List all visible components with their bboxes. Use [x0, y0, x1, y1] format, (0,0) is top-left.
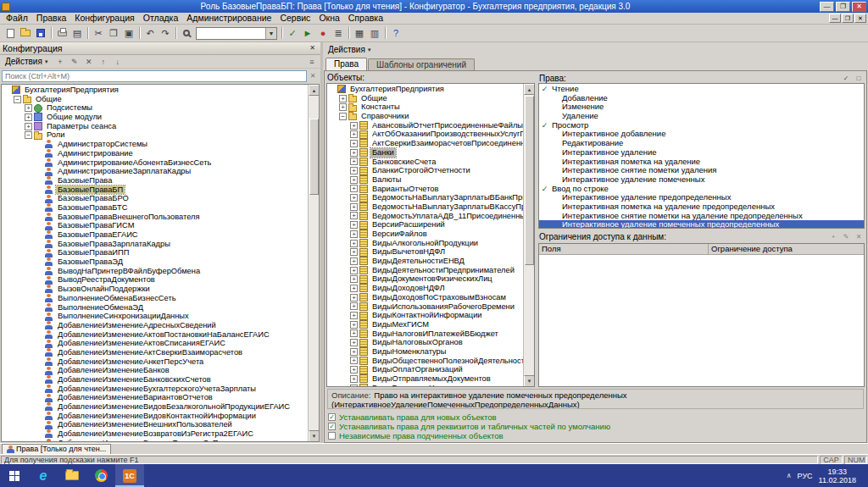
open-icon[interactable]: [18, 26, 33, 41]
tree-item[interactable]: ДобавлениеИзменениеАктСверкиВзаиморасчет…: [3, 348, 307, 357]
tree-item[interactable]: БазовыеПраваЭД: [3, 257, 307, 267]
tree-item[interactable]: +Параметры сеанса: [3, 122, 307, 131]
tree-item[interactable]: ДобавлениеИзменениеВнешнихПользователей: [3, 420, 307, 429]
role-actions-menu-button[interactable]: Действия ▼: [325, 44, 376, 56]
tree-item[interactable]: ДобавлениеИзменениеБанков: [3, 366, 307, 375]
tree-item[interactable]: +ВидыРегистровУчета: [328, 384, 522, 387]
tree-item[interactable]: ДобавлениеИзменениеАнкетПерсУчета: [3, 357, 307, 367]
tree-item[interactable]: +Валюты: [328, 175, 522, 185]
tree-item[interactable]: ДобавлениеИзменениеВозвратТоваровОтПокуп…: [3, 439, 307, 442]
tree-item[interactable]: ВыводНаПринтерВФайлБуферОбмена: [3, 267, 307, 276]
tree-item[interactable]: +АктОбОказанииПроизводственныхУслугПрисо…: [328, 130, 522, 139]
tree-item[interactable]: +ВидыВычетовНДФЛ: [328, 247, 522, 257]
column-access-restriction[interactable]: Ограничение доступа: [709, 244, 864, 254]
expander-plus-icon[interactable]: +: [350, 212, 358, 219]
menu-item-5[interactable]: Сервис: [275, 13, 314, 24]
tree-item[interactable]: ДобавлениеИзменениеВариантовОтчетов: [3, 393, 307, 402]
search-input[interactable]: [2, 70, 307, 82]
delete-restriction-icon[interactable]: ✕: [853, 232, 865, 242]
expander-plus-icon[interactable]: +: [350, 248, 358, 256]
tree-item[interactable]: БазовыеПраваГИСМ: [3, 221, 307, 230]
uncheck-all-icon[interactable]: □: [853, 74, 865, 83]
tree-item[interactable]: ДобавлениеИзменениеВозвратовИзРегистра2Е…: [3, 429, 307, 439]
tree-item[interactable]: +Общие модули: [3, 113, 307, 122]
expander-minus-icon[interactable]: −: [14, 96, 21, 103]
expander-plus-icon[interactable]: +: [350, 329, 358, 337]
tab-1[interactable]: Шаблоны ограничений: [368, 58, 475, 70]
change-icon[interactable]: ✎: [68, 56, 81, 68]
toolbar-combo[interactable]: ▼: [196, 27, 277, 40]
tree-item[interactable]: ВыполнениеОбменаБизнесСеть: [3, 294, 307, 303]
tree-item[interactable]: +Банки: [328, 148, 522, 158]
undo-icon[interactable]: ↶: [142, 26, 158, 41]
tree-item[interactable]: ДобавлениеИзменениеБанковскихСчетов: [3, 375, 307, 385]
expander-plus-icon[interactable]: +: [350, 240, 358, 247]
copy-icon[interactable]: ❐: [106, 26, 121, 41]
menu-item-7[interactable]: Справка: [344, 13, 387, 24]
scroll-down-icon[interactable]: ▼: [309, 430, 319, 441]
taskbar-clock[interactable]: 19:33 11.02.2018: [819, 468, 856, 484]
tree-item[interactable]: +ВидыДокументовФизическихЛиц: [328, 274, 522, 284]
tree-item[interactable]: БазовыеПраваБП: [3, 185, 307, 195]
taskbar-chrome-icon[interactable]: [86, 464, 115, 487]
expander-plus-icon[interactable]: +: [350, 167, 358, 174]
expander-minus-icon[interactable]: −: [25, 131, 32, 139]
tree-item[interactable]: +ВидыНоменклатуры: [328, 347, 522, 357]
measure-performance-icon[interactable]: ≣: [331, 26, 346, 41]
paste-icon[interactable]: ▣: [121, 26, 136, 41]
expander-plus-icon[interactable]: +: [350, 130, 358, 138]
edit-restriction-icon[interactable]: ✎: [840, 232, 852, 242]
tree-item[interactable]: БазовыеПрава: [3, 176, 307, 185]
tree-item[interactable]: ДобавлениеИзменениеВидовКонтактнойИнформ…: [3, 412, 307, 421]
window-tab-rights[interactable]: Права [Только для чтен...: [2, 444, 111, 454]
checkbox-checked-icon[interactable]: ✓: [328, 423, 336, 430]
tree-item[interactable]: +ВерсииФайлов: [328, 230, 522, 239]
tab-0[interactable]: Права: [326, 58, 367, 70]
print-preview-icon[interactable]: ▤: [70, 26, 85, 41]
scrollbar-thumb[interactable]: [309, 119, 319, 195]
check-all-icon[interactable]: ✓: [840, 74, 852, 83]
expander-plus-icon[interactable]: +: [25, 104, 32, 112]
tree-item[interactable]: +ВедомостьНаВыплатуЗарплатыВКассуПрисоед…: [328, 202, 522, 212]
mdi-close-button[interactable]: ✕: [854, 14, 866, 23]
expander-plus-icon[interactable]: +: [350, 357, 358, 364]
calculator-icon[interactable]: ▦: [352, 26, 367, 41]
tree-item[interactable]: +ВидыОплатОрганизаций: [328, 365, 522, 374]
redo-icon[interactable]: ↷: [158, 26, 173, 41]
tree-item[interactable]: +ВидыДоходовНДФЛ: [328, 284, 522, 293]
tree-item[interactable]: ДобавлениеИзменениеАктовСписанияЕГАИС: [3, 339, 307, 348]
tree-item[interactable]: −Справочники: [328, 112, 522, 121]
panel-close-icon[interactable]: ✕: [307, 43, 318, 53]
tree-item[interactable]: БазовыеПраваЗарплатаКадры: [3, 240, 307, 249]
expander-plus-icon[interactable]: +: [350, 385, 358, 387]
menu-item-2[interactable]: Конфигурация: [70, 13, 138, 24]
cut-icon[interactable]: ✂: [91, 26, 106, 41]
tree-item[interactable]: −Роли: [3, 130, 307, 140]
menu-item-4[interactable]: Администрирование: [182, 13, 275, 24]
tree-item[interactable]: ДобавлениеИзменениеВидовБезалкогольнойПр…: [3, 402, 307, 412]
tree-item[interactable]: БухгалтерияПредприятия: [328, 85, 522, 94]
tree-item[interactable]: +ВидыДеятельностиПредпринимателей: [328, 266, 522, 275]
menu-item-1[interactable]: Правка: [32, 13, 70, 24]
move-up-icon[interactable]: ↑: [97, 56, 110, 68]
taskbar-1c-icon[interactable]: 1С: [115, 464, 144, 487]
scroll-down-icon[interactable]: ▼: [524, 375, 534, 386]
expander-plus-icon[interactable]: +: [350, 158, 358, 165]
print-icon[interactable]: [54, 26, 70, 41]
scroll-up-icon[interactable]: ▲: [524, 84, 534, 95]
expander-plus-icon[interactable]: +: [350, 375, 358, 383]
actions-menu-button[interactable]: Действия ▼: [2, 56, 53, 68]
column-fields[interactable]: Поля: [539, 244, 709, 254]
start-debugging-icon[interactable]: ►: [300, 26, 315, 41]
expander-plus-icon[interactable]: +: [350, 294, 358, 302]
expander-plus-icon[interactable]: +: [350, 185, 358, 192]
add-icon[interactable]: +: [53, 56, 67, 68]
tree-item[interactable]: +БанковскиеСчета: [328, 158, 522, 167]
tree-item[interactable]: +ВидыДеятельностиЕНВД: [328, 257, 522, 266]
tree-item[interactable]: +ВидыНалоговИПлатежейВБюджет: [328, 329, 522, 339]
tree-item[interactable]: +ВидыИспользованияРабочегоВремени: [328, 302, 522, 312]
taskbar-explorer-icon[interactable]: [58, 464, 86, 487]
menu-item-0[interactable]: Файл: [2, 13, 32, 24]
tree-item[interactable]: БазовыеПраваВнешнегоПользователя: [3, 213, 307, 222]
close-button[interactable]: ✕: [852, 2, 866, 12]
